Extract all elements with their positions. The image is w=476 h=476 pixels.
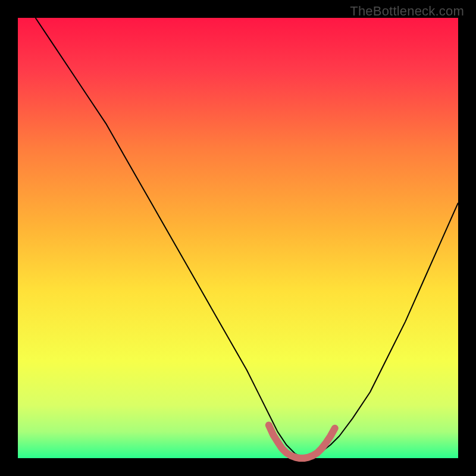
watermark-text: TheBottleneck.com	[350, 4, 464, 19]
chart-container: TheBottleneck.com	[0, 0, 476, 476]
plot-background	[18, 18, 458, 458]
chart-svg	[0, 0, 476, 476]
